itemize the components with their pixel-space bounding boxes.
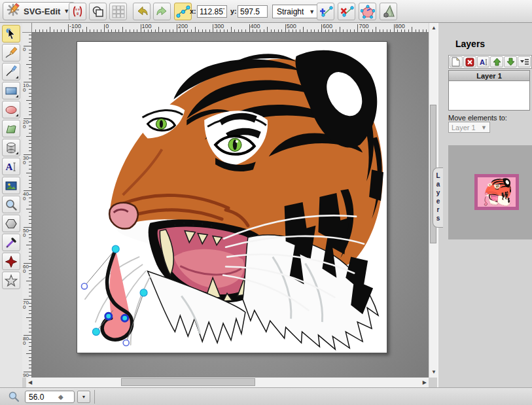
text-tool[interactable]: A [2,158,20,175]
ruler-tick [368,29,369,32]
path-tool[interactable] [2,120,20,137]
drawing-thumbnail[interactable] [474,174,519,210]
delete-layer-button[interactable] [463,56,476,67]
link-control-points-button[interactable] [174,3,192,20]
top-toolbar: SVG-Edit ▼ s v g [0,0,532,23]
main-menu-button[interactable]: SVG-Edit ▼ [3,2,75,20]
zoom-level-input[interactable] [26,393,57,402]
ruler-tick [29,150,31,151]
ruler-tick [224,29,224,32]
undo-button[interactable] [133,3,151,20]
grid-button[interactable] [109,3,127,20]
zoom-preset-dropdown[interactable]: ▼ [77,391,90,403]
image-tool[interactable] [2,177,20,194]
rectangle-tool[interactable] [2,82,20,99]
new-layer-button[interactable] [450,56,463,67]
ruler-tick [29,241,31,242]
ruler-tick [29,122,31,122]
top-ruler: -10001002003004005006007008009001000 [32,23,429,33]
ruler-tick [29,165,31,166]
horizontal-scrollbar-thumb[interactable] [121,378,255,386]
ruler-tick [249,24,250,32]
move-elements-select[interactable]: Layer 1 ▼ [448,122,490,133]
move-layer-up-button[interactable] [490,56,503,67]
layers-panel-toggle-tab[interactable]: Layers [433,167,443,228]
ruler-tick [29,346,31,347]
ruler-tick [29,71,31,72]
ruler-label: 500 [287,23,296,29]
delete-node-button[interactable] [338,3,355,20]
ruler-label: 600 [323,23,332,29]
ruler-tick [29,50,31,50]
ruler-tick [141,24,141,32]
x-coordinate-input[interactable] [197,5,227,18]
ruler-tick [220,29,221,32]
ruler-tick [29,75,31,75]
move-elements-label: Move elements to: [448,114,507,122]
ruler-tick [347,29,347,32]
line-tool[interactable] [2,63,20,80]
ruler-tick [97,29,98,32]
ruler-tick [26,245,31,245]
select-tool[interactable] [2,25,20,43]
pencil-tool[interactable] [2,44,20,62]
document-properties-button[interactable] [89,3,107,20]
ruler-tick [241,29,242,32]
ruler-tick [278,29,279,32]
ruler-label: 500 [23,228,29,238]
scroll-up-icon[interactable]: ▲ [431,26,436,31]
ruler-label: 800 [395,23,405,29]
ruler-tick [86,27,87,32]
clone-node-button[interactable] [317,3,334,20]
y-coordinate-input[interactable] [238,5,268,18]
ruler-label: 700 [359,23,368,29]
ellipse-tool[interactable] [2,101,20,118]
layer-menu-button[interactable] [518,56,531,67]
zoom-spinner-icon[interactable]: ◆ [58,393,63,400]
polygon-tool[interactable] [2,215,20,232]
ruler-tick [29,216,31,217]
zoom-tool[interactable] [2,196,20,213]
burst-tool[interactable] [2,253,20,270]
move-layer-down-button[interactable] [504,56,517,67]
ruler-tick [158,27,159,32]
ruler-tick [29,60,31,61]
ruler-tick [75,29,76,32]
ruler-tick [271,29,272,32]
ruler-tick [318,29,319,32]
scroll-left-icon[interactable]: ◀ [28,380,32,385]
segment-type-select[interactable]: Straight ▼ [272,5,319,18]
main-menu-label: SVG-Edit [24,7,60,16]
ruler-label: 900 [23,373,29,378]
redo-button[interactable] [153,3,171,20]
horizontal-scrollbar[interactable]: ◀ ▶ [26,378,429,387]
star-tool[interactable] [2,272,20,289]
scroll-right-icon[interactable]: ▶ [423,380,427,385]
ruler-tick [340,27,340,32]
ruler-tick [29,198,31,198]
eyedropper-tool[interactable] [2,234,20,251]
ruler-tick [29,176,31,177]
rotate-tool-button[interactable] [380,3,397,20]
ruler-tick [29,219,31,220]
ruler-label: 200 [23,120,29,129]
ruler-tick [29,180,31,181]
ruler-tick [426,29,427,32]
ruler-tick [198,29,199,32]
shape-library-tool[interactable] [2,139,20,156]
source-code-button[interactable]: s v g [69,3,86,20]
scroll-down-icon[interactable]: ▼ [431,370,436,375]
ruler-tick [26,64,31,65]
rename-layer-button[interactable]: A [477,56,490,67]
ruler-tick [118,29,119,32]
ruler-label: 0 [105,23,109,29]
svg-canvas[interactable] [77,41,387,353]
ruler-tick [122,27,123,32]
ruler-tick [29,133,31,133]
ruler-label: 100 [23,83,29,92]
ruler-tick [238,29,239,32]
ruler-tick [296,29,296,32]
ruler-tick [29,103,31,104]
open-path-button[interactable] [359,3,376,20]
layer-row-layer1[interactable]: Layer 1 [449,71,529,81]
